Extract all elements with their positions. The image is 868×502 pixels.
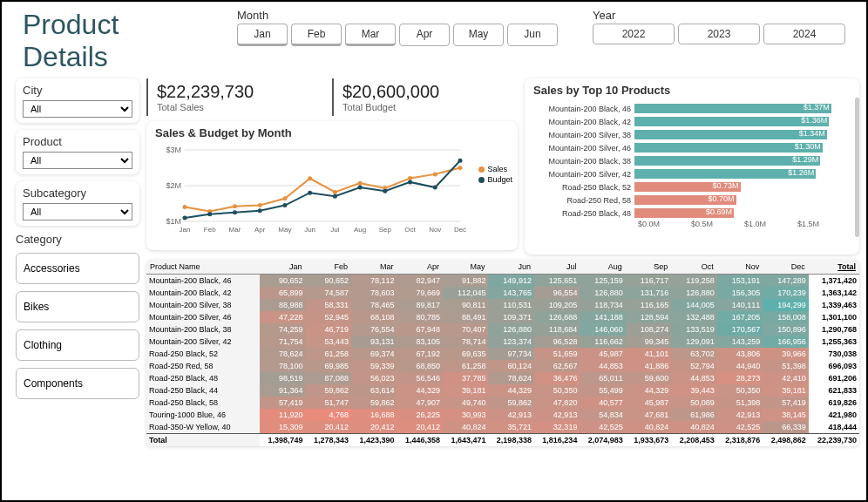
line-chart-legend: Sales Budget: [478, 165, 512, 186]
table-row[interactable]: Mountain-200 Black, 4265,89974,58778,603…: [146, 287, 859, 299]
svg-point-32: [233, 210, 237, 214]
bar-chart-title: Sales by Top 10 Products: [533, 84, 851, 97]
svg-point-36: [333, 194, 337, 199]
bar-row[interactable]: Mountain-200 Black, 38$1.29M: [533, 154, 851, 167]
month-chip-feb[interactable]: Feb: [291, 24, 342, 46]
svg-text:Dec: Dec: [454, 226, 466, 234]
bar-row[interactable]: Mountain-200 Black, 46$1.37M: [533, 102, 851, 115]
table-row[interactable]: Road-250 Red, 5878,10069,98559,33968,850…: [146, 360, 859, 372]
subcategory-filter: Subcategory All: [16, 181, 139, 226]
svg-point-38: [383, 189, 387, 193]
svg-text:$3M: $3M: [166, 146, 181, 154]
line-chart[interactable]: Sales & Budget by Month $3M$2M$1MJanFebM…: [146, 121, 518, 250]
table-row[interactable]: Touring-1000 Blue, 4611,9204,76816,68826…: [146, 409, 859, 421]
col-header[interactable]: Aug: [580, 260, 625, 275]
product-filter-label: Product: [23, 135, 132, 148]
bar-row[interactable]: Road-250 Red, 58$0.70M: [533, 193, 851, 207]
month-chip-jun[interactable]: Jun: [507, 24, 558, 46]
table-row[interactable]: Mountain-200 Black, 4690,65290,65278,112…: [146, 275, 859, 288]
svg-point-23: [308, 176, 312, 180]
month-chip-jan[interactable]: Jan: [237, 24, 288, 46]
col-header[interactable]: Sep: [626, 260, 671, 275]
bar-row[interactable]: Road-250 Black, 48$0.69M: [533, 207, 851, 220]
kpi-total-budget: $20,600,000 Total Budget: [332, 78, 500, 116]
table-total-row: Total1,398,7491,278,3431,423,3901,446,35…: [146, 434, 859, 447]
table-row[interactable]: Road-250 Black, 4898,51987,08856,02356,5…: [146, 372, 859, 384]
svg-text:$1M: $1M: [166, 217, 181, 226]
svg-point-41: [458, 159, 463, 163]
svg-point-20: [233, 204, 237, 208]
svg-text:Jul: Jul: [330, 226, 339, 234]
bar-row[interactable]: Mountain-200 Silver, 46$1.30M: [533, 141, 851, 154]
month-chip-mar[interactable]: Mar: [345, 24, 396, 46]
svg-point-24: [333, 190, 337, 194]
month-chip-apr[interactable]: Apr: [399, 24, 450, 46]
month-chip-may[interactable]: May: [453, 24, 504, 46]
city-select[interactable]: All: [23, 100, 132, 118]
table-row[interactable]: Mountain-200 Black, 3874,25946,71976,554…: [146, 323, 859, 336]
category-clothing[interactable]: Clothing: [16, 329, 139, 361]
svg-point-37: [358, 186, 363, 190]
svg-point-39: [408, 180, 412, 184]
line-chart-title: Sales & Budget by Month: [155, 126, 509, 139]
month-slicer: Month JanFebMarAprMayJun: [237, 9, 558, 46]
svg-text:Jan: Jan: [180, 226, 191, 234]
bar-row[interactable]: Road-250 Black, 52$0.73M: [533, 180, 851, 193]
year-chip-2022[interactable]: 2022: [593, 24, 675, 44]
bar-label: Road-250 Black, 52: [533, 183, 634, 192]
kpi-total-sales-value: $22,239,730: [157, 82, 306, 102]
bar-chart-scrollbar[interactable]: [855, 98, 859, 237]
table-row[interactable]: Road-250 Black, 4491,36459,86263,61444,3…: [146, 384, 859, 397]
svg-point-29: [458, 166, 463, 170]
year-slicer: Year 202220232024: [593, 9, 845, 44]
col-header[interactable]: Feb: [305, 260, 350, 275]
bar-label: Mountain-200 Black, 42: [533, 118, 634, 126]
year-slicer-label: Year: [593, 9, 845, 22]
bar-label: Road-250 Red, 58: [533, 196, 634, 205]
col-header[interactable]: Oct: [671, 260, 716, 275]
bar-label: Mountain-200 Silver, 38: [533, 131, 634, 139]
table-row[interactable]: Mountain-200 Silver, 4647,22852,94568,10…: [146, 311, 859, 323]
svg-text:Jun: Jun: [304, 226, 315, 234]
svg-text:Apr: Apr: [254, 226, 266, 234]
bar-label: Mountain-200 Silver, 46: [533, 144, 634, 153]
bar-value: $1.37M: [804, 103, 830, 112]
col-header[interactable]: May: [443, 260, 488, 275]
product-select[interactable]: All: [23, 152, 132, 169]
col-header[interactable]: Jan: [260, 260, 305, 275]
kpi-total-sales: $22,239,730 Total Sales: [146, 78, 315, 116]
bar-label: Road-250 Black, 48: [533, 209, 634, 218]
year-chip-2023[interactable]: 2023: [678, 24, 760, 44]
subcategory-filter-label: Subcategory: [23, 187, 132, 200]
table-row[interactable]: Road-350-W Yellow, 4015,30920,41220,4122…: [146, 421, 859, 434]
svg-text:$2M: $2M: [166, 181, 181, 190]
table-row[interactable]: Road-250 Black, 5278,62461,25869,37467,1…: [146, 348, 859, 360]
svg-text:Feb: Feb: [204, 226, 216, 234]
col-header[interactable]: Product Name: [146, 260, 260, 275]
bar-row[interactable]: Mountain-200 Silver, 38$1.34M: [533, 128, 851, 141]
svg-text:Sep: Sep: [379, 226, 392, 234]
col-header[interactable]: Nov: [717, 260, 763, 275]
col-header[interactable]: Mar: [351, 260, 397, 275]
category-components[interactable]: Components: [16, 368, 139, 399]
svg-point-18: [183, 205, 187, 209]
svg-point-31: [207, 212, 212, 216]
col-header[interactable]: Jun: [488, 260, 533, 275]
col-header[interactable]: Total: [809, 260, 859, 275]
category-accessories[interactable]: Accessories: [16, 253, 139, 284]
table-row[interactable]: Road-250 Black, 5857,41951,74759,86247,9…: [146, 397, 859, 409]
bar-row[interactable]: Mountain-200 Silver, 42$1.26M: [533, 167, 851, 180]
bar-row[interactable]: Mountain-200 Black, 42$1.36M: [533, 115, 851, 128]
col-header[interactable]: Dec: [763, 260, 808, 275]
table-row[interactable]: Mountain-200 Silver, 4271,75453,44393,13…: [146, 336, 859, 348]
bar-chart[interactable]: Sales by Top 10 Products Mountain-200 Bl…: [525, 78, 859, 254]
table-row[interactable]: Mountain-200 Silver, 3888,98858,33178,46…: [146, 299, 859, 311]
col-header[interactable]: Apr: [397, 260, 442, 275]
kpi-total-budget-value: $20,600,000: [342, 82, 492, 102]
category-bikes[interactable]: Bikes: [16, 291, 139, 322]
matrix-table[interactable]: Product NameJanFebMarAprMayJunJulAugSepO…: [146, 260, 859, 446]
col-header[interactable]: Jul: [534, 260, 580, 275]
subcategory-select[interactable]: All: [23, 203, 132, 220]
year-chip-2024[interactable]: 2024: [763, 24, 845, 44]
svg-point-25: [358, 181, 363, 186]
